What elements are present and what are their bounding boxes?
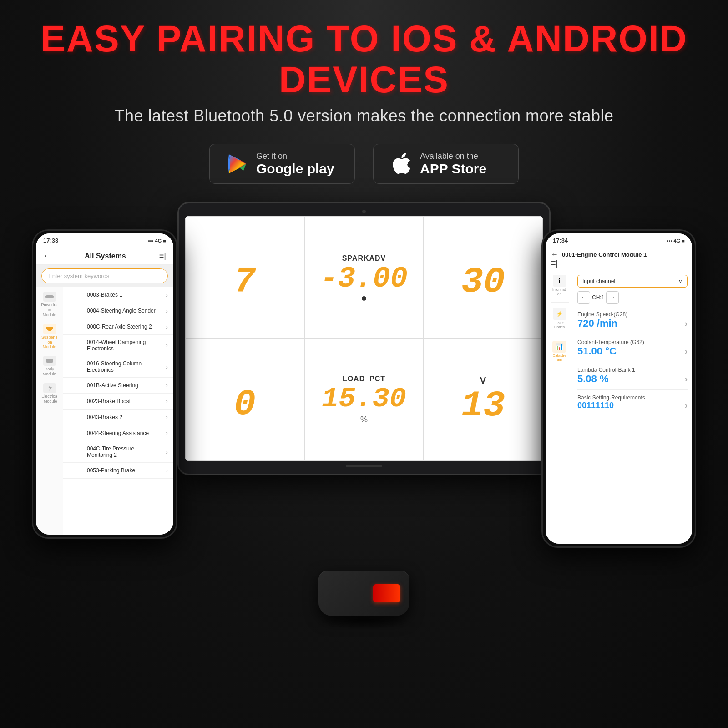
right-back-icon[interactable]: ← [551,250,558,258]
search-placeholder: Enter system keywords [48,273,109,279]
left-phone-header-title: All Systems [85,252,126,260]
list-item-text-0053: 0053-Parking Brake [87,467,135,474]
list-item-0003[interactable]: 0003-Brakes 1 › [63,287,173,303]
right-phone-sidebar: ℹ Information ⚡ FaultCodes 📊 Datastream [546,271,573,544]
powertrain-label: PowertrainModule [41,303,57,317]
gauge-value-loadpct: 15.30 [322,385,406,413]
phone-left: 17:33 ▪▪▪ 4G ■ ← All Systems ≡| Enter sy… [32,229,177,539]
phone-left-screen: 17:33 ▪▪▪ 4G ■ ← All Systems ≡| Enter sy… [36,233,173,535]
obd-device [318,571,410,634]
obd-body [318,571,410,616]
list-item-001b[interactable]: 001B-Active Steering › [63,378,173,394]
google-play-pre-text: Get it on [256,152,334,161]
list-item-004c[interactable]: 004C-Tire PressureMonitoring 2 › [63,441,173,463]
electrical-icon [43,383,56,393]
tablet-device: 7 SPARKADV -3.00 30 0 LOAD_PCT [177,202,551,475]
svg-marker-14 [48,385,52,391]
sidebar-fault[interactable]: ⚡ FaultCodes [553,308,566,329]
right-header-title: 0001-Engine Control Module 1 [562,251,647,258]
coolant-label: Coolant-Temperature (G62) [577,339,688,345]
list-item-0023[interactable]: 0023-Brake Boost › [63,394,173,410]
lambda-arrow[interactable]: › [685,374,688,384]
sidebar-datastream[interactable]: 📊 Datastream [552,341,566,362]
right-phone-signal: ▪▪▪ 4G ■ [667,238,685,243]
basic-setting-value: 00111110 › [577,401,688,410]
coolant-arrow[interactable]: › [685,347,688,356]
google-play-icon [226,152,249,175]
list-arrow-000c: › [166,323,168,330]
gauge-cell-1: 7 [185,216,304,339]
main-content: EASY PAIRING TO IOS & ANDROID DEVICES Th… [0,0,728,634]
gauge-unit-loadpct: % [360,415,368,425]
suspension-label: SuspensionModule [41,335,57,349]
list-item-0004[interactable]: 0004-Steering Angle Sender › [63,303,173,319]
list-arrow-001b: › [166,382,168,389]
powertrain-icon [43,292,56,302]
left-phone-screen-row: PowertrainModule SuspensionModule [36,287,173,535]
phone-right-screen: 17:34 ▪▪▪ 4G ■ ← 0001-Engine Control Mod… [546,233,692,544]
app-store-text: Available on the APP Store [420,152,486,176]
gauge-value-6: 13 [461,388,505,424]
list-item-000c[interactable]: 000C-Rear Axle Steering 2 › [63,319,173,335]
left-phone-status-bar: 17:33 ▪▪▪ 4G ■ [36,233,173,248]
google-play-button[interactable]: Get it on Google play [209,144,355,184]
channel-navigation: ← CH:1 → [577,291,619,304]
list-item-0016[interactable]: 0016-Steering ColumnElectronics › [63,356,173,378]
channel-next-btn[interactable]: → [606,291,619,304]
list-item-0043[interactable]: 0043-Brakes 2 › [63,410,173,425]
basic-setting-arrow[interactable]: › [685,401,688,410]
coolant-value: 51.00 °C › [577,345,688,357]
sidebar-item-suspension[interactable]: SuspensionModule [36,321,63,352]
list-item-0044[interactable]: 0044-Steering Assistance › [63,425,173,441]
svg-rect-9 [52,296,54,298]
right-phone-screen-row: ℹ Information ⚡ FaultCodes 📊 Datastream [546,271,692,544]
svg-rect-13 [46,359,53,363]
lambda-value: 5.08 % › [577,373,688,385]
svg-rect-7 [46,295,53,298]
engine-speed-arrow[interactable]: › [685,319,688,329]
fault-icon: ⚡ [553,308,566,320]
list-item-0053[interactable]: 0053-Parking Brake › [63,463,173,479]
gauge-label-sparkadv: SPARKADV [342,254,386,263]
list-arrow-0023: › [166,398,168,405]
left-phone-side-nav: PowertrainModule SuspensionModule [36,287,63,535]
left-phone-search-bar[interactable]: Enter system keywords [41,268,168,283]
list-item-text-0043: 0043-Brakes 2 [87,414,122,420]
gauge-label-loadpct: LOAD_PCT [343,375,385,383]
data-item-engine-speed: Engine Speed-(G28) 720 /min › [577,307,688,334]
gauge-cell-loadpct: LOAD_PCT 15.30 % [304,339,424,461]
subtitle: The latest Bluetooth 5.0 version makes t… [114,106,613,126]
filter-icon[interactable]: ≡| [159,251,166,261]
info-label: Information [552,288,566,296]
list-arrow-0004: › [166,307,168,314]
app-store-main-text: APP Store [420,161,486,176]
svg-rect-10 [46,327,53,329]
suspension-icon [43,324,56,334]
list-item-text-004c: 004C-Tire PressureMonitoring 2 [87,445,134,458]
sidebar-info[interactable]: ℹ Information [552,275,566,296]
list-item-text-0003: 0003-Brakes 1 [87,292,122,298]
right-menu-icon[interactable]: ≡| [551,258,558,268]
app-store-button[interactable]: Available on the APP Store [373,144,519,184]
sidebar-item-electrical[interactable]: Electrical Module [36,380,63,407]
channel-prev-btn[interactable]: ← [577,291,590,304]
left-phone-signal: ▪▪▪ 4G ■ [148,238,166,243]
left-phone-header: ← All Systems ≡| [36,248,173,265]
body-icon [43,356,56,366]
channel-select[interactable]: Input channel ∨ [577,275,688,288]
back-arrow-icon[interactable]: ← [43,251,51,261]
tablet-screen: 7 SPARKADV -3.00 30 0 LOAD_PCT [185,216,543,461]
list-arrow-004c: › [166,448,168,455]
gauge-cell-sparkadv: SPARKADV -3.00 [304,216,424,339]
obd-red-stripe [373,584,400,602]
list-item-0014[interactable]: 0014-Wheel DampeningElectronics › [63,335,173,356]
right-phone-header: ← 0001-Engine Control Module 1 ≡| [546,248,692,271]
apple-icon [390,152,413,175]
sidebar-item-body[interactable]: BodyModule [36,353,63,379]
list-arrow-0016: › [166,363,168,370]
sidebar-item-powertrain[interactable]: PowertrainModule [36,289,63,320]
tablet-home-bar [346,465,382,467]
gauge-cell-6: V 13 [424,339,543,461]
data-list: Engine Speed-(G28) 720 /min › Coolant-Te… [573,307,692,544]
gauge-value-sparkadv: -3.00 [320,264,408,293]
